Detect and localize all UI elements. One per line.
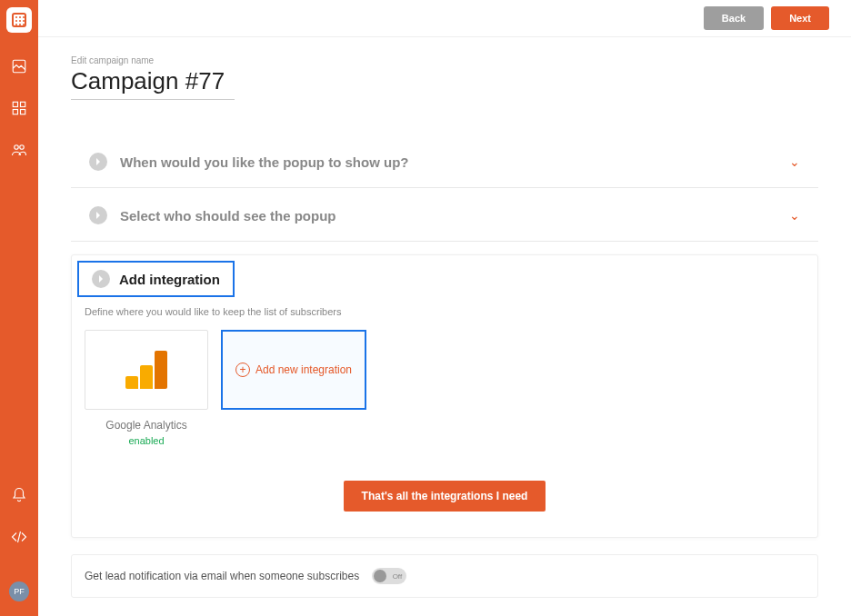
svg-rect-2 (21, 102, 25, 106)
notification-row: Get lead notification via email when som… (71, 554, 818, 598)
svg-point-6 (20, 145, 25, 150)
add-integration-button[interactable]: + Add new integration (221, 330, 366, 410)
gallery-icon[interactable] (11, 58, 27, 75)
accordion-when-title: When would you like the popup to show up… (120, 154, 789, 170)
chevron-down-icon: ⌄ (789, 154, 800, 169)
plus-icon: + (235, 363, 250, 377)
app-logo[interactable] (6, 7, 32, 33)
integration-panel: Add integration Define where you would l… (71, 254, 818, 538)
google-analytics-icon (125, 351, 167, 389)
svg-rect-3 (13, 110, 17, 114)
topbar: Back Next (38, 0, 851, 37)
integration-heading-text: Add integration (119, 272, 220, 287)
sidebar: PF (0, 0, 38, 616)
integration-heading: Add integration (77, 261, 235, 297)
svg-point-5 (15, 145, 19, 150)
confirm-integrations-button[interactable]: That's all the integrations I need (344, 481, 546, 512)
arrow-right-icon (89, 206, 107, 224)
arrow-right-icon (89, 153, 107, 171)
integration-subtext: Define where you would like to keep the … (72, 297, 817, 330)
back-button[interactable]: Back (704, 6, 764, 30)
arrow-right-icon (92, 270, 110, 288)
grid-icon[interactable] (11, 100, 27, 116)
accordion-when[interactable]: When would you like the popup to show up… (71, 136, 818, 188)
toggle-state-label: Off (393, 572, 403, 581)
code-icon[interactable] (11, 529, 27, 545)
users-icon[interactable] (11, 142, 27, 158)
accordion-who[interactable]: Select who should see the popup ⌄ (71, 190, 818, 242)
main-content: Back Next Edit campaign name Campaign #7… (38, 0, 851, 616)
integration-google-analytics[interactable] (85, 330, 208, 410)
svg-rect-4 (21, 110, 25, 114)
svg-rect-1 (13, 102, 17, 106)
add-integration-label: Add new integration (255, 363, 352, 376)
notification-toggle[interactable]: Off (372, 568, 406, 584)
edit-campaign-label: Edit campaign name (71, 55, 818, 65)
chevron-down-icon: ⌄ (789, 208, 800, 223)
next-button[interactable]: Next (771, 6, 829, 30)
bell-icon[interactable] (11, 487, 27, 503)
accordion-who-title: Select who should see the popup (120, 208, 789, 224)
integration-status: enabled (85, 435, 208, 446)
avatar[interactable]: PF (9, 581, 29, 601)
campaign-title-input[interactable]: Campaign #77 (71, 67, 235, 100)
notification-text: Get lead notification via email when som… (85, 570, 359, 582)
integration-name: Google Analytics (85, 419, 208, 432)
